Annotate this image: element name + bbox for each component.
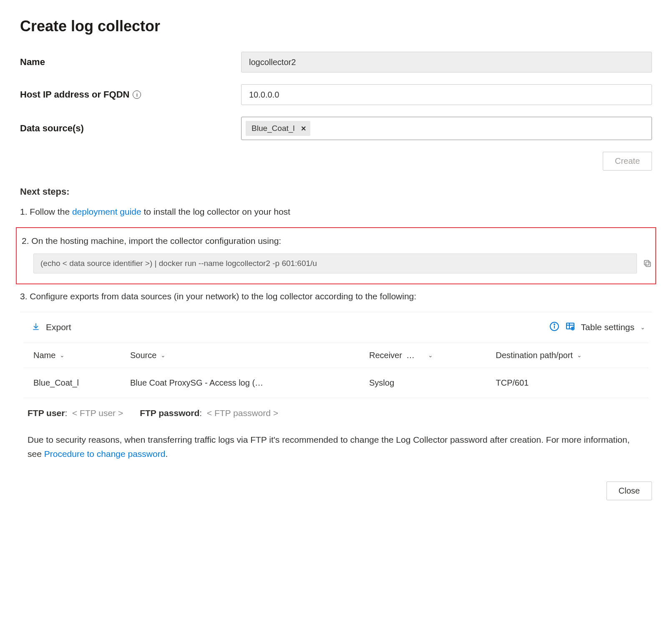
svg-point-4 (554, 324, 555, 325)
cell-name: Blue_Coat_l (23, 368, 120, 398)
next-steps-heading: Next steps: (20, 186, 652, 197)
ftp-user: FTP user: < FTP user > (28, 408, 123, 418)
info-icon[interactable]: i (133, 90, 141, 99)
svg-rect-0 (646, 262, 650, 267)
datasources-label: Data source(s) (20, 123, 241, 134)
close-icon[interactable]: ✕ (301, 125, 306, 133)
table-row[interactable]: Blue_Coat_l Blue Coat ProxySG - Access l… (23, 368, 649, 398)
step-1: 1. Follow the deployment guide to instal… (20, 205, 652, 219)
procedure-link[interactable]: Procedure to change password (44, 449, 166, 459)
deployment-guide-link[interactable]: deployment guide (72, 207, 141, 216)
step-2: 2. On the hosting machine, import the co… (22, 234, 652, 248)
step-2-highlight: 2. On the hosting machine, import the co… (16, 227, 656, 285)
datasource-tag: Blue_Coat_l ✕ (246, 121, 310, 136)
col-dest[interactable]: Destination path/port⌄ (486, 343, 649, 368)
datasource-tag-label: Blue_Coat_l (252, 124, 295, 133)
download-icon (32, 322, 40, 333)
step1-suffix: to install the log collector on your hos… (141, 207, 290, 216)
name-input[interactable] (241, 52, 652, 73)
col-receiver[interactable]: Receiver … ⌄ (359, 343, 486, 368)
page-title: Create log collector (20, 18, 652, 35)
datasources-input[interactable]: Blue_Coat_l ✕ (241, 117, 652, 140)
chevron-down-icon: ⌄ (60, 352, 65, 359)
cell-source: Blue Coat ProxySG - Access log (… (120, 368, 359, 398)
copy-icon[interactable] (643, 259, 652, 268)
cell-receiver: Syslog (359, 368, 486, 398)
col-name[interactable]: Name⌄ (23, 343, 120, 368)
chevron-down-icon: ⌄ (640, 324, 645, 331)
table-settings-icon (565, 321, 575, 334)
ftp-password: FTP password: < FTP password > (140, 408, 278, 418)
svg-rect-1 (644, 261, 649, 265)
table-settings-label: Table settings (581, 322, 634, 332)
table-settings-button[interactable]: Table settings ⌄ (565, 321, 645, 334)
svg-point-9 (572, 328, 573, 329)
host-label: Host IP address or FQDN i (20, 89, 241, 100)
cell-dest: TCP/601 (486, 368, 649, 398)
chevron-down-icon: ⌄ (577, 352, 582, 359)
info-icon[interactable] (549, 321, 559, 334)
close-button[interactable]: Close (607, 482, 652, 500)
step-3: 3. Configure exports from data sources (… (20, 289, 652, 303)
step1-prefix: 1. Follow the (20, 207, 72, 216)
host-label-text: Host IP address or FQDN (20, 89, 129, 100)
chevron-down-icon: ⌄ (161, 352, 166, 359)
create-button[interactable]: Create (603, 152, 652, 171)
host-input[interactable] (241, 84, 652, 105)
export-label: Export (46, 322, 71, 332)
datasource-table: Name⌄ Source⌄ Receiver … ⌄ Destination p… (23, 343, 649, 398)
command-code[interactable]: (echo < data source identifier >) | dock… (33, 253, 637, 273)
col-source[interactable]: Source⌄ (120, 343, 359, 368)
export-button[interactable]: Export (32, 322, 71, 333)
name-label: Name (20, 57, 241, 68)
security-note: Due to security reasons, when transferri… (23, 431, 649, 461)
chevron-down-icon: ⌄ (428, 352, 433, 359)
